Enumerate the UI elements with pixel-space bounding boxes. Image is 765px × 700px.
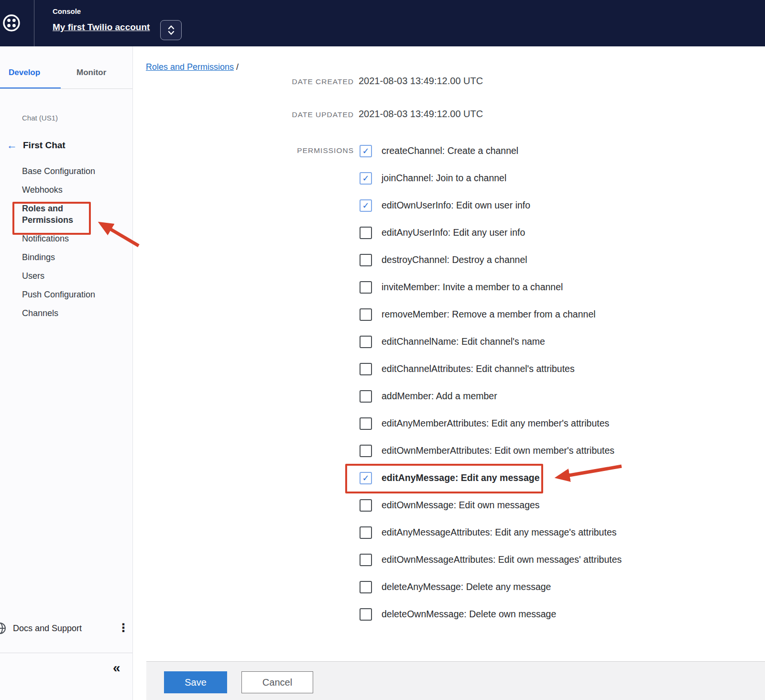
- permission-checkbox[interactable]: [360, 254, 372, 266]
- permission-row: destroyChannel: Destroy a channel: [360, 246, 622, 273]
- collapse-sidebar-button[interactable]: «: [113, 661, 120, 675]
- permission-label[interactable]: editAnyMessage: Edit any message: [382, 472, 540, 483]
- sidebar-item-base-configuration[interactable]: Base Configuration: [22, 165, 118, 177]
- permission-checkbox[interactable]: [360, 227, 372, 239]
- tabs-divider: [0, 88, 133, 89]
- tab-develop[interactable]: Develop: [9, 68, 40, 77]
- permission-label[interactable]: editOwnMessage: Edit own messages: [382, 500, 540, 511]
- permission-row: deleteOwnMessage: Delete own message: [360, 601, 622, 628]
- permission-label[interactable]: editOwnMessageAttributes: Edit own messa…: [382, 554, 622, 565]
- permission-row: ✓editAnyMessage: Edit any message: [360, 464, 622, 492]
- breadcrumb-separator: /: [236, 62, 239, 72]
- permission-row: editOwnMemberAttributes: Edit own member…: [360, 437, 622, 464]
- permission-checkbox[interactable]: [360, 581, 372, 593]
- cancel-button[interactable]: Cancel: [241, 671, 313, 693]
- permission-checkbox[interactable]: [360, 363, 372, 375]
- sidebar-item-bindings[interactable]: Bindings: [22, 252, 118, 263]
- permission-row: ✓editOwnUserInfo: Edit own user info: [360, 192, 622, 219]
- breadcrumb-link[interactable]: Roles and Permissions: [146, 62, 234, 72]
- permission-checkbox[interactable]: [360, 281, 372, 294]
- unfold-icon: [166, 24, 176, 36]
- permission-label[interactable]: editChannelName: Edit channel's name: [382, 336, 545, 347]
- permission-label[interactable]: inviteMember: Invite a member to a chann…: [382, 282, 563, 293]
- footer-action-bar: Save Cancel: [146, 661, 765, 700]
- back-to-first-chat[interactable]: ← First Chat: [7, 140, 66, 151]
- tab-monitor[interactable]: Monitor: [76, 68, 106, 77]
- permission-label[interactable]: addMember: Add a member: [382, 391, 497, 402]
- sidebar-item-push-configuration[interactable]: Push Configuration: [22, 289, 118, 300]
- permission-checkbox[interactable]: [360, 308, 372, 321]
- permission-row: editAnyMessageAttributes: Edit any messa…: [360, 519, 622, 546]
- permission-label[interactable]: removeMember: Remove a member from a cha…: [382, 309, 596, 320]
- permission-checkbox[interactable]: ✓: [360, 199, 372, 212]
- save-button[interactable]: Save: [164, 671, 227, 693]
- permission-checkbox[interactable]: [360, 417, 372, 430]
- permission-label[interactable]: editOwnMemberAttributes: Edit own member…: [382, 445, 614, 456]
- permission-label[interactable]: createChannel: Create a channel: [382, 145, 518, 156]
- permission-checkbox[interactable]: [360, 336, 372, 348]
- permission-row: editOwnMessageAttributes: Edit own messa…: [360, 546, 622, 573]
- permission-checkbox[interactable]: [360, 608, 372, 621]
- permission-checkbox[interactable]: [360, 445, 372, 457]
- permission-label[interactable]: editOwnUserInfo: Edit own user info: [382, 200, 530, 211]
- service-instance-name: First Chat: [23, 140, 66, 151]
- permission-checkbox[interactable]: ✓: [360, 172, 372, 185]
- breadcrumb: Roles and Permissions /: [146, 62, 239, 72]
- permission-label[interactable]: editChannelAttributes: Edit channel's at…: [382, 363, 575, 374]
- permission-row: editChannelAttributes: Edit channel's at…: [360, 355, 622, 383]
- permission-row: editAnyUserInfo: Edit any user info: [360, 219, 622, 246]
- account-switcher-button[interactable]: [160, 20, 182, 40]
- date-created-value: 2021-08-03 13:49:12.00 UTC: [359, 76, 483, 87]
- permission-row: deleteAnyMessage: Delete any message: [360, 573, 622, 601]
- permission-row: editAnyMemberAttributes: Edit any member…: [360, 410, 622, 437]
- permission-checkbox[interactable]: ✓: [360, 145, 372, 157]
- date-created-label: DATE CREATED: [239, 77, 354, 86]
- permissions-list: ✓createChannel: Create a channel✓joinCha…: [360, 137, 622, 628]
- sidebar-item-channels[interactable]: Channels: [22, 307, 118, 319]
- permission-checkbox[interactable]: [360, 499, 372, 512]
- twilio-logo-icon[interactable]: [2, 13, 21, 33]
- service-label: Chat (US1): [22, 114, 58, 122]
- permission-label[interactable]: editAnyMessageAttributes: Edit any messa…: [382, 527, 616, 538]
- sidebar-item-notifications[interactable]: Notifications: [22, 233, 118, 244]
- permission-checkbox[interactable]: [360, 554, 372, 566]
- permission-label[interactable]: deleteOwnMessage: Delete own message: [382, 609, 556, 620]
- account-name-link[interactable]: My first Twilio account: [53, 22, 150, 33]
- permission-checkbox[interactable]: ✓: [360, 472, 372, 484]
- sidebar-bottom-divider: [0, 653, 133, 653]
- permissions-label: PERMISSIONS: [239, 146, 354, 155]
- sidebar-item-webhooks[interactable]: Webhooks: [22, 184, 118, 196]
- console-label: Console: [53, 7, 81, 15]
- date-updated-value: 2021-08-03 13:49:12.00 UTC: [359, 109, 483, 120]
- permission-row: ✓joinChannel: Join to a channel: [360, 164, 622, 192]
- globe-icon: [0, 622, 6, 634]
- permission-label[interactable]: joinChannel: Join to a channel: [382, 173, 506, 184]
- permission-label[interactable]: destroyChannel: Destroy a channel: [382, 254, 527, 265]
- twilio-console-page: Console My first Twilio account Develop …: [0, 0, 765, 700]
- permission-row: inviteMember: Invite a member to a chann…: [360, 273, 622, 301]
- permission-row: addMember: Add a member: [360, 383, 622, 410]
- permission-row: editChannelName: Edit channel's name: [360, 328, 622, 355]
- docs-support-link[interactable]: Docs and Support: [13, 623, 82, 634]
- navbar-divider: [34, 0, 34, 46]
- sidebar-nav-list: Base ConfigurationWebhooksRoles and Perm…: [22, 165, 118, 326]
- date-updated-label: DATE UPDATED: [239, 110, 354, 119]
- permission-label[interactable]: deleteAnyMessage: Delete any message: [382, 581, 551, 592]
- top-navbar: Console My first Twilio account: [0, 0, 765, 46]
- sidebar-item-users[interactable]: Users: [22, 270, 118, 282]
- permission-row: editOwnMessage: Edit own messages: [360, 492, 622, 519]
- docs-support-row: Docs and Support ⋮: [0, 620, 133, 639]
- sidebar-item-roles-and-permissions[interactable]: Roles and Permissions: [22, 203, 94, 226]
- permission-row: removeMember: Remove a member from a cha…: [360, 301, 622, 328]
- permission-checkbox[interactable]: [360, 390, 372, 403]
- permission-label[interactable]: editAnyMemberAttributes: Edit any member…: [382, 418, 609, 429]
- back-arrow-icon: ←: [7, 140, 17, 151]
- permission-checkbox[interactable]: [360, 526, 372, 539]
- permission-row: ✓createChannel: Create a channel: [360, 137, 622, 164]
- kebab-menu-icon[interactable]: ⋮: [118, 621, 129, 634]
- sidebar: Develop Monitor Chat (US1) ← First Chat …: [0, 46, 133, 700]
- permission-label[interactable]: editAnyUserInfo: Edit any user info: [382, 227, 525, 238]
